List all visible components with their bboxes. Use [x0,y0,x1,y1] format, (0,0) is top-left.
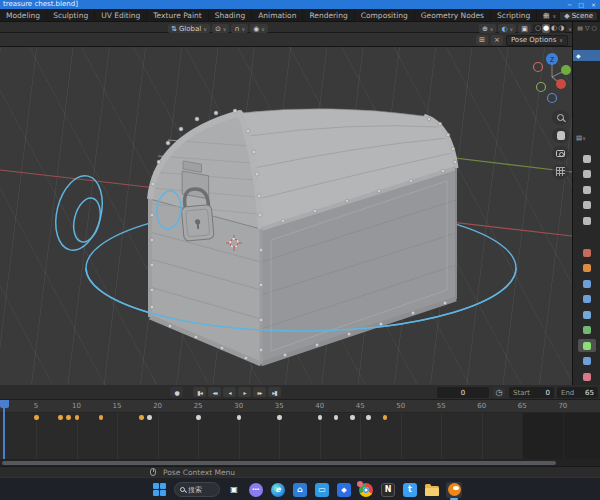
minimize-button[interactable]: ─ [568,1,572,8]
outliner-selected-item[interactable]: ◆ [573,50,600,61]
playback-sync-button[interactable]: ◷ [493,387,505,398]
keyframe-selected-48[interactable] [383,415,388,420]
show-overlays-dropdown[interactable]: ◐ ∨ [498,24,516,33]
properties-tab-object[interactable] [578,262,596,275]
properties-tab-view-layer[interactable] [578,199,596,212]
taskbar-app-task-view[interactable]: ▣ [226,482,242,498]
scene-selector[interactable]: ◆ Scene [559,11,598,21]
properties-tab-material[interactable] [578,355,596,368]
workspace-tab-shading[interactable]: Shading [209,9,252,22]
next-keyframe-button[interactable]: ▸▸ [253,387,266,397]
keyframe-selected-5[interactable] [34,415,39,420]
keyframe-46[interactable] [366,415,371,420]
taskbar-app-chrome[interactable] [358,482,374,498]
perspective-toggle-button[interactable] [552,164,569,179]
keyframe-selected-13[interactable] [99,415,104,420]
axis-negative-x[interactable] [534,63,543,72]
timeline-editor[interactable]: ●▮◂◂◂◂▸▸▸▸▮ 0 ◷ Start 0 End 65 510152025… [0,385,600,466]
axis-x[interactable] [556,79,566,89]
lid-control-bone[interactable] [48,171,109,255]
taskbar-app-store[interactable]: ⌂ [292,482,308,498]
taskbar-app-mail[interactable]: ▭ [314,482,330,498]
workspace-tab-rendering[interactable]: Rendering [303,9,354,22]
outliner-filter-bar[interactable]: ▤ ▽ ○ [573,24,600,31]
properties-tab-object-data[interactable] [578,339,596,352]
axis-y[interactable] [561,65,571,75]
workspace-tab-compositing[interactable]: Compositing [355,9,415,22]
properties-tab-particles[interactable] [578,293,596,306]
timeline-keyframe-area[interactable] [0,413,600,459]
taskbar-app-chat[interactable]: ⋯ [248,482,264,498]
playhead-marker[interactable] [0,400,9,408]
shading-mode-0-icon[interactable]: ○ [535,24,541,33]
keyframe-25[interactable] [196,415,201,420]
treasure-chest-model[interactable] [150,109,457,364]
keyframe-30[interactable] [237,415,242,420]
3d-viewport[interactable]: Z [0,47,572,385]
frame-start-field[interactable]: Start 0 [509,387,554,398]
keyframe-selected-8[interactable] [58,415,63,420]
properties-tab-render[interactable] [578,168,596,181]
jump-to-end-button[interactable]: ▸▮ [268,387,281,397]
pivot-point-dropdown[interactable]: ⊙ ∨ [212,24,230,33]
workspace-tab-animation[interactable]: Animation [252,9,303,22]
taskbar-app-notion[interactable]: N [380,482,396,498]
jump-to-start-button[interactable]: ▮◂ [193,387,206,397]
zoom-button[interactable] [552,110,569,125]
workspace-tab-scripting[interactable]: Scripting [491,9,537,22]
taskbar-app-edge[interactable]: e [270,482,286,498]
workspace-tab-texture-paint[interactable]: Texture Paint [147,9,208,22]
shading-mode-1-icon[interactable]: ● [542,24,550,33]
taskbar-app-dropbox[interactable]: ◆ [336,482,352,498]
play-reverse-button[interactable]: ◂ [223,387,236,397]
close-button[interactable]: × [591,1,596,8]
xray-toggle[interactable]: ▣ [518,24,531,33]
scene-filter-icon[interactable]: ▤ [543,12,550,20]
maximize-button[interactable]: □ [578,1,584,8]
taskbar-app-twitter[interactable]: t [402,482,418,498]
properties-tab-physics[interactable] [578,308,596,321]
record-button[interactable]: ● [170,387,183,397]
camera-view-button[interactable] [552,146,569,161]
properties-tab-tool[interactable] [578,152,596,165]
properties-tab-scene[interactable] [578,214,596,227]
start-button[interactable] [152,482,168,498]
workspace-tab-uv-editing[interactable]: UV Editing [95,9,147,22]
keyframe-selected-18[interactable] [139,415,144,420]
keyframe-44[interactable] [350,415,355,420]
frame-end-field[interactable]: End 65 [557,387,598,398]
shading-mode-2-icon[interactable]: ◐ [551,24,557,33]
mirror-x-toggle[interactable]: ⊞ [476,35,488,45]
shading-mode-3-icon[interactable]: ◑ [558,24,564,33]
taskbar-app-file-explorer[interactable] [424,482,440,498]
properties-tab-output[interactable] [578,183,596,196]
keyframe-selected-9[interactable] [66,415,71,420]
properties-tab-modifiers[interactable] [578,277,596,290]
auto-ik-toggle[interactable]: × [491,35,503,45]
keyframe-40[interactable] [318,415,323,420]
properties-tab-world[interactable] [578,246,596,259]
play-button[interactable]: ▸ [238,387,251,397]
show-gizmo-dropdown[interactable]: ⊕ ∨ [479,24,497,33]
keyframe-35[interactable] [277,415,282,420]
keyframe-19[interactable] [147,415,152,420]
properties-editor-chooser[interactable]: ▤∨ [576,134,586,142]
navigation-gizmo[interactable]: Z [528,49,572,107]
proportional-editing-dropdown[interactable]: ◉ ∨ [250,24,268,33]
properties-tab-texture[interactable] [578,370,596,383]
pose-options-dropdown[interactable]: Pose Options ∨ [506,35,568,46]
timeline-ruler[interactable]: 510152025303540455055606570 [0,400,600,413]
timeline-scrollbar[interactable] [2,461,556,465]
workspace-tab-geometry-nodes[interactable]: Geometry Nodes [415,9,491,22]
taskbar-search[interactable]: 搜索 [174,482,220,497]
workspace-tab-sculpting[interactable]: Sculpting [47,9,95,22]
transform-orientation-dropdown[interactable]: ⇅ Global ∨ [168,24,210,33]
taskbar-app-blender[interactable] [446,482,462,498]
pan-button[interactable] [552,128,569,143]
keyframe-42[interactable] [334,415,339,420]
current-frame-field[interactable]: 0 [437,387,489,398]
axis-negative-y[interactable] [537,83,546,92]
workspace-tab-modeling[interactable]: Modeling [0,9,47,22]
snap-dropdown[interactable]: ∩ ∨ [231,24,248,33]
keyframe-selected-10[interactable] [75,415,80,420]
